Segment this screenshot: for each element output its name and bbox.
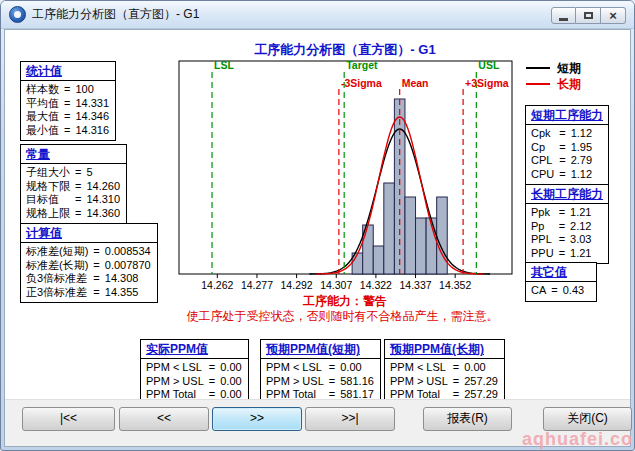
histogram-bar [373,246,384,274]
close-icon: × [609,9,617,22]
row-label: PPM > USL [146,375,204,389]
row-value: 14.346 [75,110,109,124]
row-value: 14.331 [75,97,109,111]
equals-sign: = [64,124,70,138]
row-value: 100 [75,83,109,97]
row-value: 0.007870 [105,259,151,273]
row-label: 目标值 [26,193,70,207]
row-value: 0.00 [464,361,498,375]
row-value: 14.310 [86,193,120,207]
row-value: 5 [86,166,120,180]
maximize-icon [584,12,593,19]
equals-sign: = [64,110,70,124]
capability-warning-text: 使工序处于受控状态，否则随时有不合格品产生，需注意。 [25,308,635,325]
equals-sign: = [453,361,459,375]
reference-line-label: +3Sigma [465,77,509,89]
watermark: aqhuafei.com [522,429,635,450]
histogram-bar [394,99,405,274]
panel-title: 计算值 [21,224,157,243]
panel-title: 实际PPM值 [141,340,248,359]
previous-page-button[interactable]: << [119,407,209,431]
panel-title: 预期PPM值(短期) [261,340,380,359]
equals-sign: = [75,180,81,194]
row-value: 14.260 [86,180,120,194]
report-button[interactable]: 报表(R) [423,407,512,431]
row-value: 1.12 [571,127,592,141]
equals-sign: = [93,245,99,259]
reference-line-label: Mean [402,77,429,89]
first-page-button[interactable]: |<< [22,407,115,431]
panel-title: 预期PPM值(长期) [385,340,504,359]
equals-sign: = [453,375,459,389]
row-label: PPM < LSL [146,361,204,375]
row-value: 1.21 [570,206,591,220]
equals-sign: = [329,375,335,389]
row-label: CPU [531,168,554,182]
row-label: 最大值 [26,110,59,124]
row-value: 0.00 [220,375,241,389]
close-dialog-button[interactable]: 关闭(C) [543,407,632,431]
maximize-button[interactable] [576,7,601,24]
axis-tick-label: 14.337 [399,279,431,291]
title-bar: 工序能力分析图（直方图）- G1 [1,1,634,29]
row-label: PPM < LSL [390,361,448,375]
legend-line-icon [526,83,550,85]
equals-sign: = [559,141,565,155]
row-value: 0.00 [340,361,374,375]
row-value: 581.16 [340,375,374,389]
legend-item: 短期 [526,60,581,76]
row-value: 1.21 [570,247,591,261]
legend-line-icon [526,67,550,69]
equals-sign: = [75,166,81,180]
row-label: PPM > USL [266,375,324,389]
row-label: 标准差(短期) [26,245,88,259]
equals-sign: = [93,259,99,273]
dialog-window: 工序能力分析图（直方图）- G1 × 工序能力分析图（直方图）- G1 LSLT… [0,0,635,451]
axis-tick-label: 14.322 [360,279,392,291]
last-page-button[interactable]: >>| [305,407,395,431]
row-value: 14.360 [86,207,120,221]
chart-legend: 短期长期 [526,60,581,92]
row-value: 14.316 [75,124,109,138]
row-label: PPM > USL [390,375,448,389]
equals-sign: = [329,361,335,375]
equals-sign: = [559,127,565,141]
row-value: 257.29 [464,375,498,389]
row-value: 14.308 [105,272,151,286]
equals-sign: = [75,193,81,207]
histogram-bar [405,197,416,274]
panel-body: PPM < LSL=0.00PPM > USL=581.16PPM Total=… [261,359,380,405]
next-page-button[interactable]: >> [212,407,302,431]
row-label: PPU [531,247,554,261]
table-actual-ppm: 实际PPM值 PPM < LSL=0.00PPM > USL=0.00PPM T… [140,339,249,406]
capability-chart: LSLTargetUSL-3SigmaMean+3Sigma14.26214.2… [173,56,518,296]
axis-tick-label: 14.262 [201,279,233,291]
panel-calculated: 计算值 标准差(短期)=0.008534标准差(长期)=0.007870负3倍标… [20,223,158,303]
panel-body: 子组大小=5规格下限=14.260目标值=14.310规格上限=14.360 [21,164,126,223]
panel-constants: 常量 子组大小=5规格下限=14.260目标值=14.310规格上限=14.36… [20,144,127,224]
axis-tick-label: 14.352 [439,279,471,291]
panel-long-term-capability: 长期工序能力 Ppk=1.21Pp=2.12PPL=3.03PPU=1.21 [525,184,609,264]
window-controls: × [551,7,626,24]
row-label: 平均值 [26,97,59,111]
client-area: 工序能力分析图（直方图）- G1 LSLTargetUSL-3SigmaMean… [4,29,631,447]
row-value: 1.95 [571,141,592,155]
panel-title: 其它值 [526,263,596,282]
panel-body: PPM < LSL=0.00PPM > USL=257.29PPM Total=… [385,359,504,405]
axis-tick-label: 14.277 [241,279,273,291]
equals-sign: = [93,272,99,286]
panel-title: 统计值 [21,62,115,81]
minimize-button[interactable] [551,7,576,24]
panel-title: 常量 [21,145,126,164]
equals-sign: = [75,207,81,221]
window-title: 工序能力分析图（直方图）- G1 [32,6,199,23]
reference-line-label: -3Sigma [341,77,382,89]
row-label: 负3倍标准差 [26,272,88,286]
close-button[interactable]: × [601,7,626,24]
row-label: 子组大小 [26,166,70,180]
panel-body: Cpk=1.12Cp=1.95CPL=2.79CPU=1.12 [526,125,608,184]
panel-body: Ppk=1.21Pp=2.12PPL=3.03PPU=1.21 [526,204,608,263]
row-label: 样本数 [26,83,59,97]
histogram-bar [384,183,395,274]
table-expected-ppm-short: 预期PPM值(短期) PPM < LSL=0.00PPM > USL=581.1… [260,339,381,406]
